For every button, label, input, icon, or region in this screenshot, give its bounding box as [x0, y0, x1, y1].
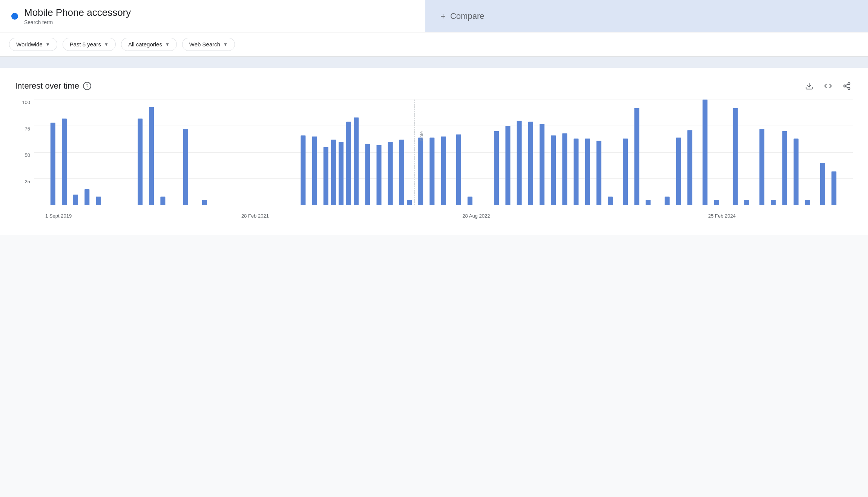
search-type-label: Web Search	[189, 41, 220, 48]
svg-rect-27	[346, 122, 351, 205]
svg-rect-65	[820, 163, 825, 205]
search-term-indicator	[11, 13, 18, 20]
svg-rect-38	[468, 197, 472, 205]
svg-rect-52	[646, 200, 650, 205]
svg-rect-49	[608, 197, 613, 205]
svg-rect-57	[714, 200, 719, 205]
svg-rect-55	[687, 130, 692, 205]
share-button[interactable]	[841, 80, 853, 92]
search-term-title: Mobile Phone accessory	[24, 7, 131, 18]
svg-rect-64	[805, 200, 810, 205]
svg-line-4	[846, 86, 848, 88]
compare-label: Compare	[450, 11, 484, 21]
svg-rect-54	[676, 138, 681, 205]
svg-rect-34	[418, 138, 423, 205]
help-icon[interactable]: ?	[83, 82, 91, 90]
svg-rect-35	[429, 138, 434, 205]
svg-rect-41	[517, 121, 522, 205]
svg-rect-36	[441, 137, 446, 205]
chart-area: Note	[34, 100, 853, 205]
compare-plus-icon: +	[440, 11, 446, 21]
x-label-aug2022: 28 Aug 2022	[462, 213, 490, 219]
categories-filter[interactable]: All categories ▼	[121, 38, 177, 51]
svg-rect-20	[183, 129, 188, 205]
svg-rect-56	[702, 100, 707, 205]
svg-rect-37	[456, 134, 461, 205]
svg-rect-63	[794, 139, 799, 205]
chart-container: 100 75 50 25 Note 1 Sept 2019 28 Feb 202…	[15, 100, 853, 220]
svg-rect-33	[407, 200, 412, 205]
svg-rect-21	[202, 200, 207, 205]
spacer-bar	[0, 57, 868, 68]
note-label: Note	[419, 131, 424, 141]
time-range-chevron-icon: ▼	[104, 42, 109, 47]
svg-rect-60	[759, 129, 764, 205]
svg-rect-15	[84, 189, 89, 205]
chart-title-group: Interest over time ?	[15, 81, 91, 91]
svg-rect-18	[149, 107, 154, 205]
svg-point-3	[848, 87, 850, 90]
chart-title: Interest over time	[15, 81, 79, 91]
svg-rect-62	[782, 131, 787, 205]
y-label-50: 50	[25, 152, 30, 158]
svg-rect-43	[540, 124, 544, 205]
svg-rect-59	[744, 200, 749, 205]
svg-rect-39	[494, 131, 499, 205]
svg-rect-31	[388, 142, 393, 205]
region-label: Worldwide	[16, 41, 43, 48]
svg-rect-26	[339, 142, 344, 205]
svg-point-2	[844, 85, 846, 87]
svg-rect-25	[331, 140, 336, 205]
time-range-label: Past 5 years	[70, 41, 101, 48]
y-label-100: 100	[22, 100, 30, 105]
svg-rect-51	[634, 108, 639, 205]
svg-rect-23	[312, 137, 317, 205]
svg-rect-53	[665, 197, 670, 205]
svg-rect-45	[562, 133, 567, 205]
region-filter[interactable]: Worldwide ▼	[9, 38, 57, 51]
region-chevron-icon: ▼	[46, 42, 50, 47]
search-term-text: Mobile Phone accessory Search term	[24, 7, 131, 25]
download-button[interactable]	[803, 80, 815, 92]
svg-rect-50	[623, 139, 628, 205]
chart-svg	[34, 100, 853, 205]
svg-rect-44	[551, 135, 556, 205]
embed-button[interactable]	[822, 80, 834, 92]
search-type-filter[interactable]: Web Search ▼	[182, 38, 235, 51]
svg-rect-22	[301, 135, 305, 205]
filters-bar: Worldwide ▼ Past 5 years ▼ All categorie…	[0, 32, 868, 57]
x-label-feb2021: 28 Feb 2021	[241, 213, 269, 219]
svg-rect-46	[574, 139, 578, 205]
svg-rect-42	[528, 122, 533, 205]
categories-chevron-icon: ▼	[165, 42, 170, 47]
svg-rect-61	[771, 200, 776, 205]
svg-rect-32	[399, 140, 404, 205]
x-label-feb2024: 25 Feb 2024	[708, 213, 736, 219]
svg-rect-58	[733, 108, 738, 205]
svg-rect-66	[831, 171, 836, 205]
svg-point-1	[848, 83, 850, 85]
time-range-filter[interactable]: Past 5 years ▼	[63, 38, 116, 51]
svg-rect-24	[324, 147, 328, 205]
search-term-type: Search term	[24, 19, 131, 25]
svg-rect-19	[160, 197, 165, 205]
svg-rect-28	[354, 118, 359, 205]
svg-line-5	[846, 84, 848, 86]
search-term-block: Mobile Phone accessory Search term	[0, 0, 425, 32]
svg-rect-13	[62, 118, 67, 205]
compare-block[interactable]: + Compare	[425, 0, 868, 32]
x-label-sept2019: 1 Sept 2019	[45, 213, 72, 219]
svg-rect-12	[51, 123, 55, 205]
svg-rect-48	[597, 141, 601, 205]
svg-rect-30	[377, 145, 382, 205]
svg-rect-29	[365, 144, 370, 205]
svg-rect-16	[96, 197, 101, 205]
chart-section: Interest over time ?	[0, 68, 868, 235]
categories-label: All categories	[128, 41, 162, 48]
y-label-25: 25	[25, 179, 30, 184]
x-labels: 1 Sept 2019 28 Feb 2021 28 Aug 2022 25 F…	[34, 205, 853, 220]
svg-rect-47	[585, 139, 590, 205]
chart-actions	[803, 80, 853, 92]
svg-rect-14	[73, 195, 78, 205]
svg-rect-40	[505, 126, 510, 205]
